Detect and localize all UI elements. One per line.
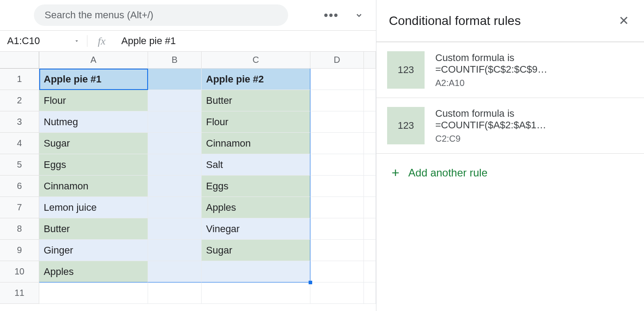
selection-handle[interactable] bbox=[309, 281, 312, 284]
cell[interactable]: Eggs bbox=[202, 176, 310, 197]
cell[interactable] bbox=[202, 282, 310, 304]
rule-formula: =COUNTIF($A$2:$A$1… bbox=[435, 119, 574, 131]
cell-blank[interactable] bbox=[364, 261, 376, 282]
cell[interactable] bbox=[148, 90, 202, 111]
cell[interactable]: Apples bbox=[202, 197, 310, 218]
cell[interactable] bbox=[310, 90, 364, 111]
select-all-corner[interactable] bbox=[0, 52, 39, 69]
row-header[interactable]: 4 bbox=[0, 133, 39, 154]
cell[interactable] bbox=[310, 111, 364, 133]
cell-blank[interactable] bbox=[364, 176, 376, 197]
cell[interactable] bbox=[310, 197, 364, 218]
cell-blank[interactable] bbox=[364, 111, 376, 133]
cell[interactable]: Salt bbox=[202, 154, 310, 176]
column-header[interactable]: D bbox=[310, 52, 364, 69]
cell[interactable]: Flour bbox=[39, 90, 148, 111]
rule-formula: =COUNTIF($C$2:$C$9… bbox=[435, 64, 574, 75]
cell[interactable]: Sugar bbox=[202, 240, 310, 261]
rule-preview-swatch: 123 bbox=[387, 51, 425, 89]
cell[interactable]: Butter bbox=[202, 90, 310, 111]
cell[interactable]: Vinegar bbox=[202, 218, 310, 240]
cell[interactable] bbox=[310, 218, 364, 240]
cell[interactable] bbox=[148, 197, 202, 218]
cell[interactable] bbox=[310, 282, 364, 304]
rule-condition-label: Custom formula is bbox=[435, 108, 633, 119]
cell[interactable] bbox=[148, 240, 202, 261]
plus-icon: + bbox=[392, 165, 400, 180]
chevron-down-icon bbox=[354, 10, 364, 20]
column-header[interactable]: B bbox=[148, 52, 202, 69]
spreadsheet-grid[interactable]: ABCD1Apple pie #1Apple pie #22FlourButte… bbox=[0, 52, 376, 304]
row-header[interactable]: 10 bbox=[0, 261, 39, 282]
row-header[interactable]: 11 bbox=[0, 282, 39, 304]
row-header[interactable]: 9 bbox=[0, 240, 39, 261]
cell-blank[interactable] bbox=[364, 69, 376, 90]
menu-search-input[interactable]: Search the menus (Alt+/) bbox=[34, 4, 288, 26]
column-header-blank bbox=[364, 52, 376, 69]
format-rule[interactable]: 123Custom formula is=COUNTIF($C$2:$C$9…A… bbox=[376, 42, 644, 98]
cell[interactable]: Flour bbox=[202, 111, 310, 133]
row-header[interactable]: 2 bbox=[0, 90, 39, 111]
fx-icon: fx bbox=[87, 35, 116, 47]
cell[interactable] bbox=[148, 218, 202, 240]
cell[interactable]: Sugar bbox=[39, 133, 148, 154]
cell[interactable] bbox=[148, 282, 202, 304]
rule-range: A2:A10 bbox=[435, 78, 633, 88]
cell[interactable]: Apple pie #2 bbox=[202, 69, 310, 90]
cell[interactable] bbox=[148, 176, 202, 197]
cell[interactable]: Apples bbox=[39, 261, 148, 282]
cell[interactable]: Apple pie #1 bbox=[39, 69, 148, 90]
cell[interactable] bbox=[310, 69, 364, 90]
cell-blank[interactable] bbox=[364, 133, 376, 154]
sidebar-title: Conditional format rules bbox=[389, 14, 521, 28]
rule-preview-swatch: 123 bbox=[387, 107, 425, 144]
column-header[interactable]: C bbox=[202, 52, 310, 69]
rule-range: C2:C9 bbox=[435, 134, 633, 144]
row-header[interactable]: 8 bbox=[0, 218, 39, 240]
cell[interactable] bbox=[148, 261, 202, 282]
cell[interactable] bbox=[310, 261, 364, 282]
close-icon[interactable]: ✕ bbox=[616, 11, 632, 31]
add-rule-label: Add another rule bbox=[409, 167, 487, 179]
cell[interactable] bbox=[310, 176, 364, 197]
dropdown-triangle-icon bbox=[74, 38, 80, 44]
cell-blank[interactable] bbox=[364, 154, 376, 176]
cell[interactable]: Nutmeg bbox=[39, 111, 148, 133]
row-header[interactable]: 3 bbox=[0, 111, 39, 133]
row-header[interactable]: 7 bbox=[0, 197, 39, 218]
cell[interactable] bbox=[310, 133, 364, 154]
cell[interactable] bbox=[148, 133, 202, 154]
cell[interactable]: Ginger bbox=[39, 240, 148, 261]
cell[interactable]: Cinnamon bbox=[39, 176, 148, 197]
cell[interactable] bbox=[148, 111, 202, 133]
menu-search-placeholder: Search the menus (Alt+/) bbox=[45, 9, 153, 21]
cell-blank[interactable] bbox=[364, 282, 376, 304]
cell[interactable]: Lemon juice bbox=[39, 197, 148, 218]
name-box-value: A1:C10 bbox=[7, 35, 40, 47]
cell[interactable]: Cinnamon bbox=[202, 133, 310, 154]
cell-blank[interactable] bbox=[364, 197, 376, 218]
cell[interactable]: Butter bbox=[39, 218, 148, 240]
cell[interactable] bbox=[202, 261, 310, 282]
cell[interactable] bbox=[148, 154, 202, 176]
more-icon[interactable]: ••• bbox=[322, 5, 341, 25]
row-header[interactable]: 5 bbox=[0, 154, 39, 176]
cell[interactable] bbox=[39, 282, 148, 304]
rule-condition-label: Custom formula is bbox=[435, 52, 633, 64]
cell-blank[interactable] bbox=[364, 90, 376, 111]
cell[interactable]: Eggs bbox=[39, 154, 148, 176]
cell-blank[interactable] bbox=[364, 240, 376, 261]
cell[interactable] bbox=[310, 154, 364, 176]
row-header[interactable]: 6 bbox=[0, 176, 39, 197]
cell[interactable] bbox=[148, 69, 202, 90]
format-rule[interactable]: 123Custom formula is=COUNTIF($A$2:$A$1…C… bbox=[376, 98, 644, 154]
add-rule-button[interactable]: + Add another rule bbox=[376, 154, 644, 192]
cell-blank[interactable] bbox=[364, 218, 376, 240]
name-box[interactable]: A1:C10 bbox=[0, 35, 87, 47]
collapse-toolbar-icon[interactable] bbox=[349, 5, 369, 25]
cell[interactable] bbox=[310, 240, 364, 261]
column-header[interactable]: A bbox=[39, 52, 148, 69]
formula-bar-input[interactable]: Apple pie #1 bbox=[116, 35, 376, 47]
conditional-format-sidebar: Conditional format rules ✕ 123Custom for… bbox=[376, 0, 644, 311]
row-header[interactable]: 1 bbox=[0, 69, 39, 90]
